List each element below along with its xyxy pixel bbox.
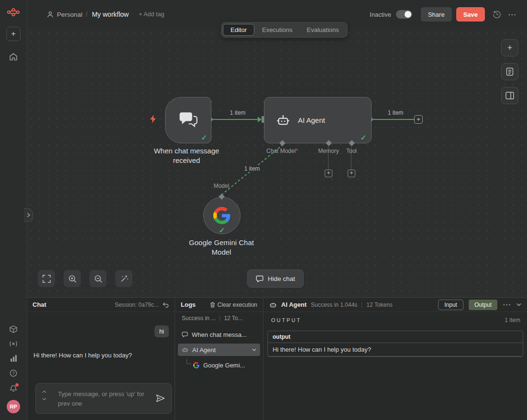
hide-chat-label: Hide chat xyxy=(268,275,295,282)
log-item-ai-agent[interactable]: AI Agent xyxy=(178,344,260,356)
output-node-title: AI Agent xyxy=(281,301,307,308)
chat-message-assistant: Hi there! How can I help you today? xyxy=(33,351,160,360)
output-table-header: output xyxy=(268,331,523,343)
zoom-in-button[interactable] xyxy=(64,270,81,287)
divider xyxy=(362,302,362,308)
canvas-add-node-button[interactable]: + xyxy=(501,39,518,56)
message-history-controls xyxy=(42,390,46,400)
templates-icon[interactable] xyxy=(10,325,17,333)
send-message-icon[interactable] xyxy=(156,394,165,402)
robot-icon xyxy=(276,113,290,128)
output-table-value: Hi there! How can I help you today? xyxy=(268,343,523,356)
chat-title: Chat xyxy=(33,301,46,308)
n8n-logo-icon[interactable] xyxy=(7,8,20,18)
share-button[interactable]: Share xyxy=(421,7,452,22)
view-tabs: Editor Executions Evaluations xyxy=(221,22,348,38)
logs-status: Success in ... xyxy=(182,315,216,322)
google-logo-icon xyxy=(193,362,199,368)
collapse-panel-icon[interactable] xyxy=(516,303,521,306)
log-item-gemini[interactable]: Google Gemi... xyxy=(175,359,263,371)
google-logo-icon xyxy=(213,207,231,224)
add-node-plus-button[interactable]: + xyxy=(414,115,423,124)
sticky-note-button[interactable] xyxy=(501,63,518,80)
add-tool-plus-button[interactable]: + xyxy=(348,170,355,177)
sidebar-bottom: ? RP xyxy=(7,325,20,420)
port-label-chat-model: Chat Model* xyxy=(266,148,298,154)
edge-items-label: 1 item xyxy=(230,109,246,116)
tab-editor[interactable]: Editor xyxy=(223,24,254,36)
port-label-tool: Tool xyxy=(346,148,357,154)
chat-message-input[interactable] xyxy=(57,388,153,411)
success-check-icon: ✓ xyxy=(219,226,225,235)
reset-session-icon[interactable] xyxy=(163,302,169,308)
hide-chat-button[interactable]: Hide chat xyxy=(247,269,304,288)
logs-tree: When chat messa... AI Agent xyxy=(175,328,263,374)
node-google-gemini[interactable]: ✓ xyxy=(203,197,241,234)
clear-execution-button[interactable]: Clear execution xyxy=(210,302,257,308)
help-icon[interactable]: ? xyxy=(10,369,17,377)
chat-input-box xyxy=(35,383,172,414)
zoom-out-button[interactable] xyxy=(89,270,107,287)
node-label-gemini: Google Gemini Chat Model xyxy=(181,238,262,257)
output-tokens: 12 Tokens xyxy=(366,302,393,308)
log-item-chat-trigger[interactable]: When chat messa... xyxy=(175,328,263,341)
chevron-down-icon[interactable] xyxy=(252,348,256,351)
breadcrumb: Personal / My workflow + Add tag xyxy=(47,11,164,18)
zoom-to-fit-button[interactable] xyxy=(38,270,55,287)
notification-dot xyxy=(15,383,19,387)
workflow-canvas[interactable]: ✓ When chat message received 1 item AI A… xyxy=(27,29,527,297)
chat-message-user: hi xyxy=(154,325,169,337)
node-ai-agent[interactable]: AI Agent ✓ xyxy=(264,97,372,143)
insights-icon[interactable] xyxy=(10,355,17,362)
chevron-up-icon[interactable] xyxy=(42,390,46,393)
output-panel: AI Agent Success in 1.044s 12 Tokens Inp… xyxy=(264,298,527,420)
node-chat-trigger[interactable]: ✓ xyxy=(165,97,211,143)
logs-tokens: 12 To... xyxy=(224,315,242,322)
breadcrumb-project[interactable]: Personal xyxy=(57,11,82,18)
tab-executions[interactable]: Executions xyxy=(255,24,299,36)
person-icon xyxy=(47,11,54,18)
sidebar-expand-handle[interactable] xyxy=(24,208,33,222)
tidy-up-wand-button[interactable] xyxy=(115,270,132,287)
chat-icon xyxy=(182,332,188,337)
input-tab-button[interactable]: Input xyxy=(438,300,463,310)
home-icon[interactable] xyxy=(9,53,18,61)
output-tab-button[interactable]: Output xyxy=(469,300,497,310)
activate-toggle[interactable] xyxy=(396,10,412,19)
robot-icon xyxy=(182,346,188,353)
user-avatar[interactable]: RP xyxy=(7,400,20,413)
workflow-edges xyxy=(27,29,527,297)
toggle-panel-layout-button[interactable] xyxy=(501,87,518,104)
save-button[interactable]: Save xyxy=(456,7,485,22)
logs-title: Logs xyxy=(181,301,196,308)
tab-evaluations[interactable]: Evaluations xyxy=(300,24,346,36)
more-options-icon[interactable]: ⋯ xyxy=(503,300,511,310)
more-options-icon[interactable]: ⋯ xyxy=(508,10,516,20)
tree-connector xyxy=(187,359,191,364)
workflow-title[interactable]: My workflow xyxy=(92,11,129,18)
logs-panel: Logs Clear execution Success in ... 12 T… xyxy=(175,298,264,420)
chevron-down-icon[interactable] xyxy=(42,398,46,400)
required-asterisk: * xyxy=(296,148,298,154)
port-label-model: Model xyxy=(214,183,230,189)
edge-items-label: 1 item xyxy=(388,109,404,116)
node-title-ai-agent: AI Agent xyxy=(298,116,325,124)
edge-items-label: 1 item xyxy=(243,165,262,172)
notifications-bell-icon[interactable] xyxy=(10,385,17,392)
add-tag-button[interactable]: + Add tag xyxy=(139,11,164,18)
variables-icon[interactable] xyxy=(9,341,18,347)
workflow-status-label: Inactive xyxy=(370,11,391,18)
n8n-app: + ? RP xyxy=(0,0,527,420)
node-label-chat-trigger: When chat message received xyxy=(146,146,227,165)
trigger-bolt-icon xyxy=(150,115,156,125)
chat-panel: Chat Session: 0a79c... hi Hi there! How … xyxy=(27,298,175,420)
port-label-memory: Memory xyxy=(318,148,339,154)
logs-summary: Success in ... 12 To... xyxy=(175,315,263,322)
bottom-panel: Chat Session: 0a79c... hi Hi there! How … xyxy=(27,297,527,420)
output-section-title: OUTPUT xyxy=(271,317,301,323)
add-memory-plus-button[interactable]: + xyxy=(325,170,332,177)
output-status: Success in 1.044s xyxy=(311,302,357,308)
robot-icon xyxy=(269,301,277,309)
history-icon[interactable] xyxy=(493,10,501,19)
add-workflow-button[interactable]: + xyxy=(6,27,21,41)
